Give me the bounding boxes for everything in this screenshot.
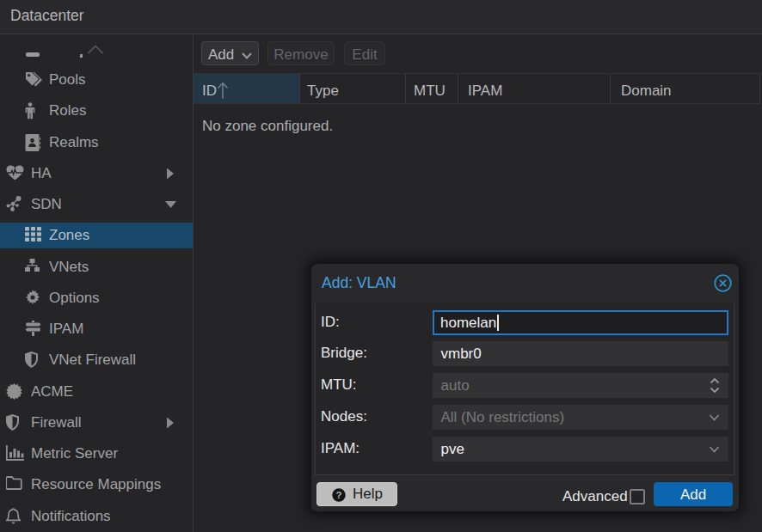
svg-text:?: ?: [335, 490, 341, 500]
